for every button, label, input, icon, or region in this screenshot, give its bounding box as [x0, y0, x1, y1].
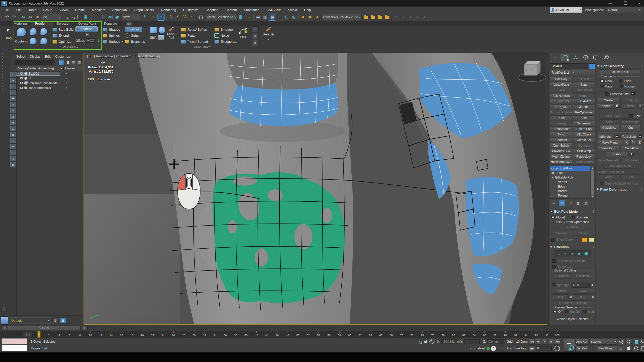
modifier-button-ffd-box[interactable]: FFD(box)	[550, 104, 572, 109]
edit-named-selection-sets-icon[interactable]: { }	[198, 14, 204, 20]
offset-spinner[interactable]	[98, 39, 100, 42]
menu-content[interactable]: Content	[222, 7, 240, 13]
zoom-icon[interactable]	[618, 339, 625, 345]
modifier-button-creaseset[interactable]: CreaseSet	[573, 138, 595, 143]
scene-explorer-menu-display[interactable]: Display	[28, 54, 42, 59]
stack-item-border[interactable]: Border	[550, 189, 594, 193]
modifier-button-edit-poly[interactable]: Edit Poly	[550, 77, 572, 82]
backface-culling-button[interactable]: Backface	[553, 274, 572, 279]
strips-button[interactable]: Strips	[125, 32, 145, 38]
command-tab-display[interactable]	[592, 54, 599, 61]
visibility-eye-icon[interactable]	[20, 72, 23, 75]
angle-field[interactable]: 45.0	[572, 283, 590, 288]
maximize-viewport-icon[interactable]	[640, 345, 644, 352]
show-cage-checkbox[interactable]: Show Cage	[551, 238, 573, 242]
display-particles-icon[interactable]: ◎	[10, 114, 16, 119]
relax-button[interactable]: Relax	[606, 152, 629, 157]
subobject-vertex-icon[interactable]: ∷	[556, 251, 562, 256]
flatten-button[interactable]: Flatten	[181, 32, 208, 38]
add-time-tag[interactable]: Add Time Tag	[506, 347, 526, 350]
display-hidden-icon[interactable]: ○	[10, 156, 16, 161]
modifier-button-unwrap-uvw[interactable]: Unwrap UVW	[550, 149, 572, 154]
preview-off-radio[interactable]: Off	[553, 310, 562, 313]
conform-scale-brush-icon[interactable]	[30, 37, 37, 44]
zoom-all-icon[interactable]	[625, 339, 632, 345]
menu-edit[interactable]: Edit	[12, 7, 25, 13]
create-button[interactable]: Create	[597, 98, 619, 103]
constraint-none-radio[interactable]: None	[600, 79, 613, 83]
topology-button[interactable]: Topology	[125, 27, 142, 32]
layers-icon[interactable]: ≣	[52, 318, 58, 323]
modifier-eye-icon[interactable]	[551, 167, 554, 169]
frozen-snowflake-icon[interactable]: ✳	[65, 72, 67, 75]
display-helpers-icon[interactable]: △	[10, 102, 16, 107]
display-bones-icon[interactable]: ◈	[10, 120, 16, 125]
window-crossing-toggle-icon[interactable]	[84, 14, 90, 20]
orbit-icon[interactable]	[633, 345, 639, 352]
scene-explorer-menu-edit[interactable]: Edit	[43, 54, 52, 59]
subobject-element-icon[interactable]: ▣	[583, 251, 589, 256]
key-mode-toggle[interactable]: ◀▶	[529, 345, 535, 351]
mirror-icon[interactable]	[238, 14, 245, 20]
modifier-button-stl-check[interactable]: STL Check	[573, 132, 595, 137]
shift-label[interactable]: Shift	[150, 36, 156, 39]
viewport-menu-general[interactable]: [ + ]	[87, 54, 93, 58]
cancel-x-button[interactable]: ×	[252, 33, 259, 39]
subobject-edge-icon[interactable]: ◁	[563, 251, 569, 256]
optimize-button[interactable]: Optimize	[52, 38, 73, 44]
visibility-eye-icon[interactable]	[20, 77, 23, 79]
graph-editors-icon[interactable]: ▦	[269, 14, 276, 21]
commit-button[interactable]: Commit	[560, 225, 585, 230]
next-frame-button[interactable]: >	[82, 325, 88, 330]
selection-lock-icon[interactable]	[423, 339, 429, 344]
asset-tracking-icon[interactable]	[384, 14, 390, 20]
pick-button[interactable]: Pick	[238, 26, 248, 39]
ribbon-tab-populate[interactable]: Populate	[100, 21, 121, 26]
splines-button[interactable]: Splines	[103, 32, 123, 38]
select-object-icon[interactable]	[62, 14, 69, 20]
toolbar-drag-handle[interactable]	[2, 52, 3, 92]
menu-arnold[interactable]: Arnold	[284, 7, 301, 13]
expand-all-icon[interactable]: ▤	[71, 60, 76, 65]
toggle-layer-explorer-icon[interactable]: ▥	[262, 14, 268, 20]
conform-relax-brush-icon[interactable]	[40, 37, 47, 44]
cancel-button[interactable]: Cancel	[573, 231, 594, 236]
previous-frame-button[interactable]: ◀||	[535, 339, 541, 345]
time-configuration-icon[interactable]	[554, 346, 560, 351]
modifier-button-twist[interactable]: Twist	[550, 132, 572, 137]
shift-brush-icon[interactable]	[150, 26, 157, 33]
rectangular-selection-region-icon[interactable]	[76, 14, 83, 20]
reset-plane-button[interactable]: Reset Plane	[620, 119, 640, 124]
field-of-view-icon[interactable]: ▷	[618, 345, 625, 352]
toggle-scene-explorer-icon[interactable]: ▤	[255, 14, 261, 20]
grid-align-button[interactable]: Grid Align	[620, 146, 642, 151]
quickslice-button[interactable]: QuickSlice	[599, 125, 619, 130]
inactive-tool-3-icon[interactable]: ●	[407, 14, 414, 20]
menu-substance[interactable]: Substance	[240, 7, 263, 13]
subobject-polygon-icon[interactable]: ■	[577, 251, 582, 256]
set-key-filter-dropdown[interactable]: Selected▾	[589, 339, 617, 345]
cage-color-swatch[interactable]	[582, 237, 587, 242]
modifier-button-bevel[interactable]: Bevel	[550, 88, 572, 93]
menu-rendering[interactable]: Rendering	[157, 7, 180, 13]
smudge-button[interactable]: Smudge	[214, 26, 237, 32]
scene-object-hi[interactable]: Hi✳	[16, 76, 83, 81]
display-containers-icon[interactable]: □	[10, 126, 16, 131]
inactive-tool-4-icon[interactable]: ●	[414, 14, 421, 20]
stack-item-edit-poly[interactable]: ▶Edit Poly	[550, 166, 594, 171]
ribbon-tab-selection[interactable]: Selection	[53, 21, 74, 26]
constraint-face-radio[interactable]: Face	[600, 84, 612, 88]
ribbon-tab-modeling[interactable]: Modeling	[10, 21, 31, 26]
scene-object-box001[interactable]: Box001✳	[16, 71, 83, 76]
modifier-button-surface[interactable]: Surface	[573, 143, 595, 148]
edit-geometry-rollout[interactable]: Edit Geometry⣿	[597, 63, 642, 68]
stack-item-polygon[interactable]: Polygon	[550, 193, 594, 198]
display-children-icon[interactable]: ▦	[10, 162, 16, 167]
command-tab-hierarchy[interactable]	[572, 54, 579, 61]
surface-flyout-arrow[interactable]: ▾	[98, 28, 100, 30]
angle-spinner[interactable]	[591, 284, 593, 286]
layer-dropdown[interactable]: Default ▾	[10, 317, 51, 324]
minimize-button[interactable]: —	[609, 1, 612, 5]
defaults-button[interactable]: Defaults ▼	[263, 26, 275, 41]
modifier-button-turn-to-poly[interactable]: Turn to Poly	[573, 126, 595, 131]
